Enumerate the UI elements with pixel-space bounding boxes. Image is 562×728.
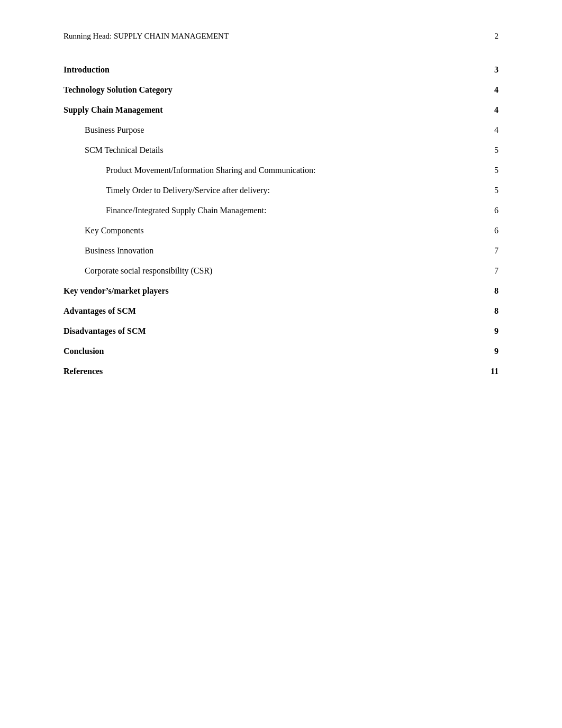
toc-label-supply-chain-management: Supply Chain Management xyxy=(64,105,486,115)
toc-page-advantages-scm: 8 xyxy=(486,306,498,316)
toc-label-introduction: Introduction xyxy=(64,65,486,75)
toc-entry-csr: Corporate social responsibility (CSR)7 xyxy=(64,261,498,281)
toc-entry-key-components: Key Components6 xyxy=(64,221,498,241)
toc-label-technology-solution-category: Technology Solution Category xyxy=(64,85,486,95)
toc-page-references: 11 xyxy=(486,367,498,376)
toc-entry-technology-solution-category: Technology Solution Category4 xyxy=(64,80,498,100)
toc-label-conclusion: Conclusion xyxy=(64,347,486,356)
toc-page-csr: 7 xyxy=(486,266,498,276)
toc-label-references: References xyxy=(64,367,486,376)
running-head: Running Head: SUPPLY CHAIN MANAGEMENT 2 xyxy=(64,32,498,41)
toc-label-advantages-scm: Advantages of SCM xyxy=(64,306,486,316)
toc-entry-business-innovation: Business Innovation7 xyxy=(64,241,498,261)
running-head-page: 2 xyxy=(495,32,499,41)
toc-entry-supply-chain-management: Supply Chain Management4 xyxy=(64,100,498,120)
toc-entry-timely-order: Timely Order to Delivery/Service after d… xyxy=(64,180,498,201)
toc-page-business-innovation: 7 xyxy=(486,246,498,256)
toc-label-product-movement: Product Movement/Information Sharing and… xyxy=(106,166,486,175)
toc-page-key-vendors: 8 xyxy=(486,286,498,296)
toc-label-scm-technical-details: SCM Technical Details xyxy=(85,145,486,155)
toc-entry-key-vendors: Key vendor’s/market players8 xyxy=(64,281,498,301)
toc-page-business-purpose: 4 xyxy=(486,125,498,135)
toc-label-key-vendors: Key vendor’s/market players xyxy=(64,286,486,296)
toc-entry-business-purpose: Business Purpose4 xyxy=(64,120,498,140)
toc-entry-conclusion: Conclusion9 xyxy=(64,341,498,361)
toc-page-introduction: 3 xyxy=(486,65,498,75)
toc-label-timely-order: Timely Order to Delivery/Service after d… xyxy=(106,186,486,195)
toc-page-scm-technical-details: 5 xyxy=(486,145,498,155)
table-of-contents: Introduction3Technology Solution Categor… xyxy=(64,60,498,381)
toc-label-key-components: Key Components xyxy=(85,226,486,235)
toc-entry-scm-technical-details: SCM Technical Details5 xyxy=(64,140,498,160)
toc-label-finance-integrated: Finance/Integrated Supply Chain Manageme… xyxy=(106,206,486,215)
toc-entry-finance-integrated: Finance/Integrated Supply Chain Manageme… xyxy=(64,201,498,221)
toc-page-product-movement: 5 xyxy=(486,166,498,175)
toc-page-timely-order: 5 xyxy=(486,186,498,195)
toc-page-technology-solution-category: 4 xyxy=(486,85,498,95)
toc-label-business-innovation: Business Innovation xyxy=(85,246,486,256)
toc-page-disadvantages-scm: 9 xyxy=(486,326,498,336)
toc-page-conclusion: 9 xyxy=(486,347,498,356)
toc-page-key-components: 6 xyxy=(486,226,498,235)
toc-label-disadvantages-scm: Disadvantages of SCM xyxy=(64,326,486,336)
toc-entry-advantages-scm: Advantages of SCM8 xyxy=(64,301,498,321)
toc-entry-introduction: Introduction3 xyxy=(64,60,498,80)
running-head-label: Running Head: SUPPLY CHAIN MANAGEMENT xyxy=(64,32,229,41)
toc-label-business-purpose: Business Purpose xyxy=(85,125,486,135)
toc-page-finance-integrated: 6 xyxy=(486,206,498,215)
toc-entry-product-movement: Product Movement/Information Sharing and… xyxy=(64,160,498,180)
page: Running Head: SUPPLY CHAIN MANAGEMENT 2 … xyxy=(0,0,562,728)
toc-page-supply-chain-management: 4 xyxy=(486,105,498,115)
toc-label-csr: Corporate social responsibility (CSR) xyxy=(85,266,486,276)
toc-entry-references: References11 xyxy=(64,361,498,381)
toc-entry-disadvantages-scm: Disadvantages of SCM9 xyxy=(64,321,498,341)
